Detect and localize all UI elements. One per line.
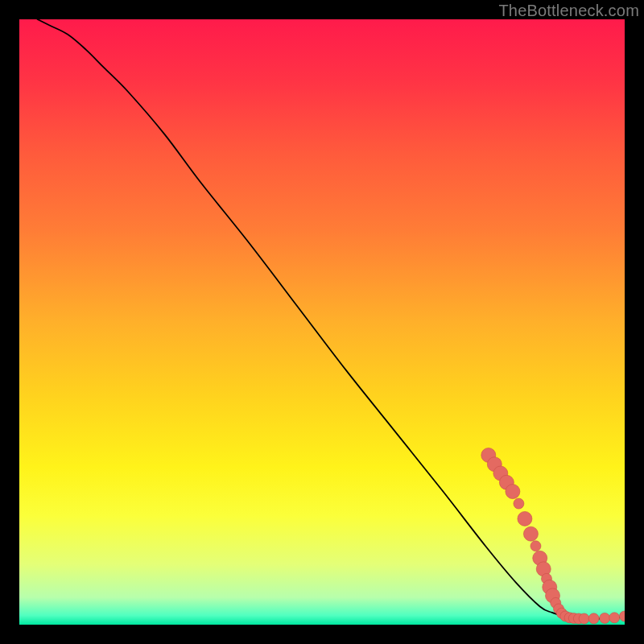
data-marker [530,541,541,551]
chart-plot [19,19,625,625]
data-marker [506,485,520,499]
data-marker [600,613,610,623]
data-marker [609,613,620,623]
data-marker [518,511,532,526]
data-marker [514,498,524,509]
chart-stage: TheBottleneck.com [0,0,644,644]
data-marker [523,526,538,541]
watermark-label: TheBottleneck.com [498,2,639,20]
data-marker [588,613,599,624]
data-marker [579,613,589,624]
